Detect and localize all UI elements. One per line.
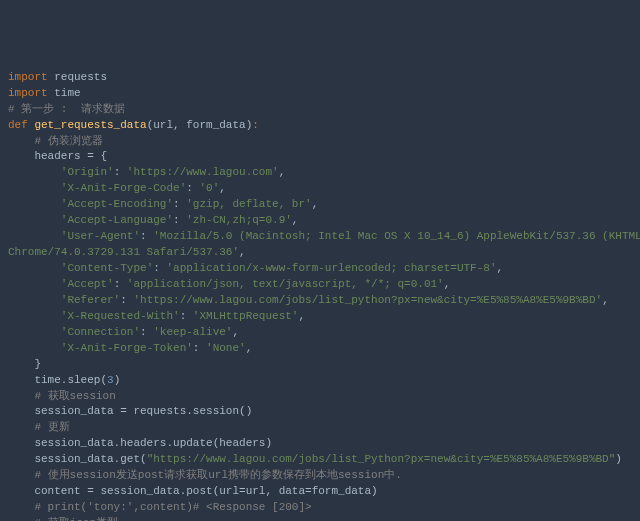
- code-line: # 使用session发送post请求获取url携带的参数保存到本地sessio…: [8, 468, 632, 484]
- code-editor-view: import requestsimport time# 第一步 : 请求数据de…: [8, 70, 632, 521]
- code-line: session_data.headers.update(headers): [8, 436, 632, 452]
- code-line: # 获取session: [8, 389, 632, 405]
- code-line: 'X-Requested-With': 'XMLHttpRequest',: [8, 309, 632, 325]
- code-line: 'Origin': 'https://www.lagou.com',: [8, 165, 632, 181]
- code-line: 'Connection': 'keep-alive',: [8, 325, 632, 341]
- code-line: headers = {: [8, 149, 632, 165]
- code-line: 'Accept': 'application/json, text/javasc…: [8, 277, 632, 293]
- code-line: 'User-Agent': 'Mozilla/5.0 (Macintosh; I…: [8, 229, 632, 261]
- code-line: 'Content-Type': 'application/x-www-form-…: [8, 261, 632, 277]
- code-line: # 获取json类型: [8, 516, 632, 521]
- code-line: session_data = requests.session(): [8, 404, 632, 420]
- code-line: # print('tony:',content)# <Response [200…: [8, 500, 632, 516]
- code-line: time.sleep(3): [8, 373, 632, 389]
- code-line: 'X-Anit-Forge-Code': '0',: [8, 181, 632, 197]
- code-line: 'Accept-Language': 'zh-CN,zh;q=0.9',: [8, 213, 632, 229]
- code-line: import time: [8, 86, 632, 102]
- code-line: 'Referer': 'https://www.lagou.com/jobs/l…: [8, 293, 632, 309]
- code-line: def get_requests_data(url, form_data):: [8, 118, 632, 134]
- code-line: }: [8, 357, 632, 373]
- code-line: # 更新: [8, 420, 632, 436]
- code-line: import requests: [8, 70, 632, 86]
- code-line: session_data.get("https://www.lagou.com/…: [8, 452, 632, 468]
- code-line: # 第一步 : 请求数据: [8, 102, 632, 118]
- code-line: 'X-Anit-Forge-Token': 'None',: [8, 341, 632, 357]
- code-line: # 伪装浏览器: [8, 134, 632, 150]
- code-line: 'Accept-Encoding': 'gzip, deflate, br',: [8, 197, 632, 213]
- code-line: content = session_data.post(url=url, dat…: [8, 484, 632, 500]
